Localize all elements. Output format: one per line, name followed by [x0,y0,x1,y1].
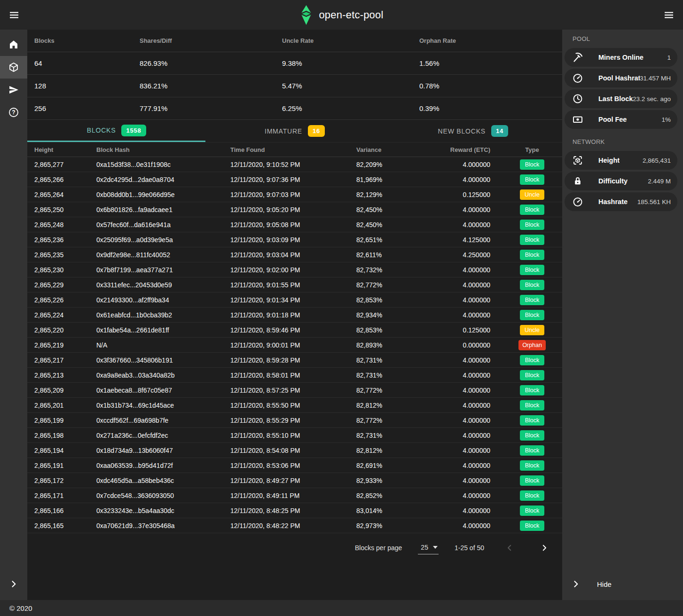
hide-sidebar-button[interactable]: Hide [562,574,683,594]
table-row[interactable]: 2,865,166 0x3233243e...b5a4aa30dc 12/11/… [27,503,562,518]
tab-immature-label: IMMATURE [265,127,302,135]
cell-hash: 0x1b31b734...69c1d45ace [96,402,230,409]
cell-reward: 4.000000 [446,176,490,183]
cell-reward: 4.000000 [446,206,490,213]
cell-reward: 4.000000 [446,356,490,364]
table-row[interactable]: 2,865,171 0x7cdce548...3636093050 12/11/… [27,488,562,503]
cell-reward: 4.000000 [446,161,490,168]
table-row[interactable]: 2,865,277 0xa15d3f38...0e31f1908c 12/11/… [27,157,562,172]
hide-label: Hide [597,580,612,588]
stat-value: 23.2 sec. ago [633,95,671,103]
table-row[interactable]: 2,865,209 0x1aebeca8...8f67c05e87 12/11/… [27,383,562,398]
table-row[interactable]: 2,865,199 0xccdf562f...69a698b7fe 12/11/… [27,413,562,428]
home-icon [8,39,19,50]
cell-time: 12/11/2020, 9:01:18 PM [230,311,356,319]
cell-time: 12/11/2020, 9:05:08 PM [230,221,356,229]
table-row[interactable]: 2,865,219 N/A 12/11/2020, 9:00:01 PM 82,… [27,338,562,353]
table-row[interactable]: 2,865,172 0xdc465d5a...a58beb436c 12/11/… [27,473,562,488]
cell-variance: 82,209% [356,161,446,168]
table-row[interactable]: 2,865,201 0x1b31b734...69c1d45ace 12/11/… [27,398,562,413]
hamburger-icon [8,9,20,21]
prev-page-button[interactable] [500,538,519,557]
cell-hash: 0x3311efec...20453d0e59 [96,281,230,289]
col-time: Time Found [230,146,356,153]
cell-reward: 4.000000 [446,311,490,319]
cell-height: 2,865,235 [34,251,96,259]
chevron-right-icon [562,579,589,589]
nav-home[interactable] [0,33,27,56]
hamburger-icon [663,9,675,21]
cell-time: 12/11/2020, 9:03:04 PM [230,251,356,259]
table-row[interactable]: 2,865,224 0x61eabfcd...1b0cba39b2 12/11/… [27,308,562,323]
table-row[interactable]: 2,865,198 0x271a236c...0efcfdf2ec 12/11/… [27,428,562,443]
nav-payments[interactable] [0,79,27,101]
cell-type: Block [490,220,555,230]
stat-label: Difficulty [598,177,628,185]
cell-reward: 4.000000 [446,477,490,484]
cell-type: Block [490,430,555,441]
cell-hash: 0xa9a8eab3...03a340a82b [96,371,230,379]
tab-blocks[interactable]: BLOCKS 1558 [27,120,205,142]
table-row[interactable]: 2,865,194 0x18d734a9...13b6060f47 12/11/… [27,443,562,458]
cell-type: Block [490,205,555,215]
cell-type: Block [490,521,555,531]
brand: open-etc-pool [299,0,383,30]
table-row[interactable]: 2,865,248 0x57fec60f...da616e941a 12/11/… [27,217,562,232]
table-row[interactable]: 2,865,226 0x21493300...af2ff9ba34 12/11/… [27,292,562,308]
cell-hash: 0xdc465d5a...a58beb436c [96,477,230,484]
tab-new-blocks[interactable]: NEW BLOCKS 14 [384,120,562,142]
cell-variance: 82,934% [356,311,446,319]
cell-variance: 82,772% [356,387,446,394]
menu-toggle-button[interactable] [3,4,25,26]
pool-miners-online: Miners Online 1 [565,48,677,67]
page-size-select[interactable]: 25 [418,542,439,554]
table-row[interactable]: 2,865,266 0x2dc4295d...2dae0a8704 12/11/… [27,172,562,187]
cell-hash: 0xaa063539...b95d41d72f [96,462,230,469]
cell-hash: 0x271a236c...0efcfdf2ec [96,432,230,439]
cell-time: 12/11/2020, 9:01:55 PM [230,281,356,289]
money-bill-icon [572,114,583,125]
type-chip: Uncle [520,325,544,335]
right-menu-button[interactable] [658,4,680,26]
type-chip: Block [520,370,544,380]
page-size-label: Blocks per page [355,544,402,552]
cell-time: 12/11/2020, 8:48:22 PM [230,522,356,529]
expand-rail-button[interactable] [0,574,27,594]
blocks-table-body: 2,865,277 0xa15d3f38...0e31f1908c 12/11/… [27,157,562,533]
cell-height: 2,865,230 [34,266,96,274]
cell-variance: 82,450% [356,206,446,213]
type-chip: Block [520,475,544,486]
cell-variance: 82,731% [356,432,446,439]
table-row[interactable]: 2,865,213 0xa9a8eab3...03a340a82b 12/11/… [27,368,562,383]
tab-immature[interactable]: IMMATURE 16 [205,120,384,142]
next-page-button[interactable] [535,538,554,557]
stats-sidebar: POOL Miners Online 1 Pool Hashrate 31.45… [562,30,683,600]
page-size-value: 25 [421,544,428,551]
cell-time: 12/11/2020, 9:01:34 PM [230,296,356,304]
nav-blocks[interactable] [0,56,27,79]
cell-variance: 82,732% [356,266,446,274]
stat-label: Hashrate [598,198,628,205]
footer: © 2020 [0,600,683,616]
table-row[interactable]: 2,865,165 0xa70621d9...37e305468a 12/11/… [27,518,562,533]
cell-time: 12/11/2020, 8:53:06 PM [230,462,356,469]
col-height: Height [34,146,96,153]
table-row[interactable]: 2,865,217 0x3f367660...345806b191 12/11/… [27,353,562,368]
stats-row: 64 826.93% 9.38% 1.56% [27,52,562,75]
type-chip: Block [520,310,544,320]
col-reward: Reward (ETC) [446,146,490,153]
cell-hash: 0x3233243e...b5a4aa30dc [96,507,230,514]
table-row[interactable]: 2,865,191 0xaa063539...b95d41d72f 12/11/… [27,458,562,473]
stat-value: 185.561 KH [637,198,671,205]
table-row[interactable]: 2,865,250 0x6b801826...fa9adcaee1 12/11/… [27,202,562,217]
table-row[interactable]: 2,865,264 0xb08dd0b1...99e066d95e 12/11/… [27,187,562,202]
cell-height: 2,865,199 [34,417,96,424]
cell-variance: 82,731% [356,371,446,379]
nav-help[interactable]: ? [0,101,27,124]
table-row[interactable]: 2,865,229 0x3311efec...20453d0e59 12/11/… [27,277,562,292]
table-row[interactable]: 2,865,230 0x7b8f7199...aea377a271 12/11/… [27,262,562,277]
cell-time: 12/11/2020, 8:54:08 PM [230,447,356,454]
table-row[interactable]: 2,865,235 0x9df2e98e...811fc40052 12/11/… [27,247,562,262]
table-row[interactable]: 2,865,236 0x25095f69...a0d39e9e5a 12/11/… [27,232,562,247]
table-row[interactable]: 2,865,220 0x1fabe54a...2661de81ff 12/11/… [27,323,562,338]
